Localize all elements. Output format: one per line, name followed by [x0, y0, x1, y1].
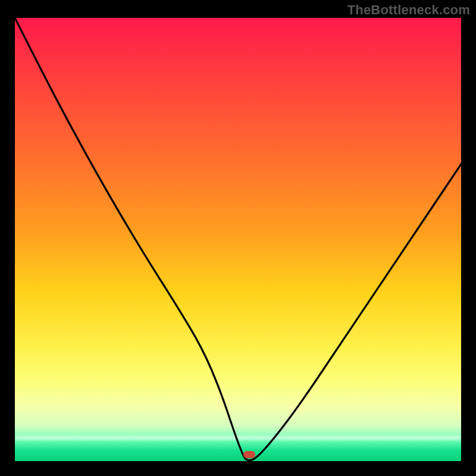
chart-frame: TheBottleneck.com [0, 0, 476, 476]
watermark-text: TheBottleneck.com [347, 2, 470, 18]
optimal-marker [243, 451, 255, 458]
curve-svg [15, 18, 461, 461]
bottleneck-curve-path [15, 18, 461, 461]
plot-area [15, 18, 461, 461]
